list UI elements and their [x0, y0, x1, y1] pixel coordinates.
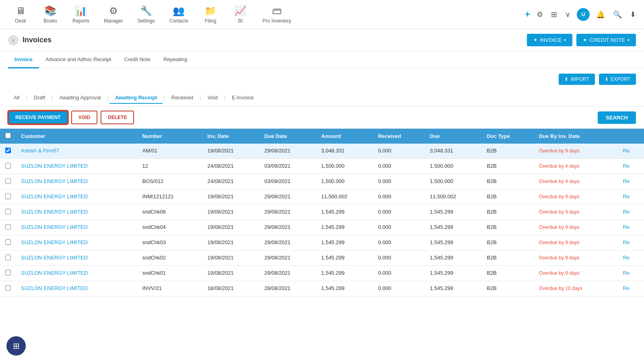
void-button[interactable]: VOID: [71, 111, 97, 124]
customer-link[interactable]: SUZLON ENERGY LIMITED: [21, 270, 88, 276]
delete-button[interactable]: DELETE: [101, 111, 134, 124]
row-checkbox[interactable]: [5, 193, 11, 199]
row-checkbox[interactable]: [5, 209, 11, 214]
row-checkbox[interactable]: [5, 224, 11, 230]
row-checkbox[interactable]: [5, 148, 11, 153]
row-inv-date: 18/08/2021: [202, 281, 259, 296]
row-doc-type: B2B: [482, 159, 534, 174]
row-checkbox-cell: [0, 189, 16, 205]
row-amount: 11,500.002: [316, 189, 373, 205]
nav-items: 🖥 Desk 📚 Books 📊 Reports ⚙ Manager 🔧 Set…: [6, 2, 525, 27]
row-doc-type: B2B: [482, 174, 534, 189]
row-received: 0.000: [373, 159, 425, 174]
row-doc-type: B2B: [482, 281, 534, 296]
customer-link[interactable]: SUZLON ENERGY LIMITED: [21, 239, 88, 245]
avatar[interactable]: U: [577, 8, 590, 21]
header-due: Due: [425, 129, 482, 144]
import-icon: ⬆: [564, 76, 568, 82]
nav-item-filing[interactable]: 📁 Filing: [196, 2, 225, 27]
export-button[interactable]: ⬇ EXPORT: [599, 74, 636, 85]
row-checkbox[interactable]: [5, 178, 11, 184]
nav-item-manager[interactable]: ⚙ Manager: [97, 2, 129, 27]
row-doc-type: B2B: [482, 251, 534, 266]
nav-item-contacts[interactable]: 👥 Contacts: [163, 2, 195, 27]
row-checkbox[interactable]: [5, 255, 11, 260]
search-button[interactable]: SEARCH: [598, 111, 636, 124]
row-inv-date: 19/08/2021: [202, 235, 259, 251]
customer-link[interactable]: Ashish & Firm57: [21, 148, 59, 154]
status-tab-void[interactable]: Void: [202, 92, 223, 104]
tab-repeating[interactable]: Repeating: [157, 51, 194, 68]
nav-label-manager: Manager: [104, 18, 123, 24]
bottom-widget[interactable]: ⊞: [6, 336, 26, 356]
customer-link[interactable]: SUZLON ENERGY LIMITED: [21, 193, 88, 200]
row-checkbox-cell: [0, 235, 16, 251]
status-tab-received[interactable]: Received: [166, 92, 199, 104]
credit-note-button[interactable]: ✦ CREDIT NOTE ▾: [576, 34, 636, 46]
contacts-icon: 👥: [173, 5, 185, 16]
bi-icon: 📈: [234, 5, 246, 16]
add-button[interactable]: +: [525, 9, 530, 20]
chevron-down-icon[interactable]: ∨: [564, 8, 572, 21]
nav-item-pro-inventory[interactable]: 🗃 Pro Inventory: [256, 2, 297, 27]
download-icon[interactable]: ⬇: [628, 8, 638, 21]
sep2: |: [51, 95, 54, 101]
row-due-date: 29/08/2021: [260, 266, 316, 281]
row-due-by: Overdue by 9 days: [534, 266, 618, 281]
row-checkbox[interactable]: [5, 239, 11, 245]
row-due: 3,048.331: [425, 144, 482, 159]
status-tab-draft[interactable]: Draft: [28, 92, 51, 104]
status-tab-all[interactable]: All: [8, 92, 25, 104]
customer-link[interactable]: SUZLON ENERGY LIMITED: [21, 178, 88, 184]
grid-icon[interactable]: ⊞: [549, 8, 559, 21]
status-tab-awaiting-receipt[interactable]: Awaiting Receipt: [109, 92, 163, 104]
nav-item-desk[interactable]: 🖥 Desk: [6, 2, 35, 27]
row-checkbox-cell: [0, 266, 16, 281]
receive-payment-button[interactable]: RECEIVE PAYMENT: [8, 111, 68, 124]
nav-label-desk: Desk: [15, 18, 26, 24]
row-checkbox[interactable]: [5, 163, 11, 169]
customer-link[interactable]: SUZLON ENERGY LIMITED: [21, 255, 88, 261]
table-row: SUZLON ENERGY LIMITED INM/1212121 19/08/…: [0, 189, 644, 205]
import-export-bar: ⬆ IMPORT ⬇ EXPORT: [0, 69, 644, 90]
nav-item-bi[interactable]: 📈 BI: [226, 2, 254, 27]
row-number: AM/01: [137, 144, 202, 159]
row-number: sndChk03: [137, 235, 202, 251]
customer-link[interactable]: SUZLON ENERGY LIMITED: [21, 224, 88, 230]
row-due-date: 29/08/2021: [260, 251, 316, 266]
receive-payment-label: RECEIVE PAYMENT: [15, 115, 61, 120]
nav-item-books[interactable]: 📚 Books: [36, 2, 64, 27]
select-all-checkbox[interactable]: [5, 133, 11, 138]
row-received: 0.000: [373, 174, 425, 189]
status-tab-einvoice[interactable]: E-Invoice: [226, 92, 259, 104]
back-button[interactable]: ‹: [8, 35, 19, 45]
row-due-by: Overdue by 9 days: [534, 189, 618, 205]
nav-item-settings[interactable]: 🔧 Settings: [131, 2, 161, 27]
row-due-date: 29/08/2021: [260, 189, 316, 205]
nav-item-reports[interactable]: 📊 Reports: [66, 2, 96, 27]
customer-link[interactable]: SUZLON ENERGY LIMITED: [21, 163, 88, 169]
header-number: Number: [137, 129, 202, 144]
tab-advance[interactable]: Advance and Adhoc Receipt: [39, 51, 118, 68]
gear-icon[interactable]: ⚙: [535, 8, 545, 21]
import-button[interactable]: ⬆ IMPORT: [559, 74, 594, 85]
row-due-by: Overdue by 4 days: [534, 159, 618, 174]
customer-link[interactable]: SUZLON ENERGY LIMITED: [21, 285, 88, 291]
tab-credit-note[interactable]: Credit Note: [118, 51, 157, 68]
action-bar-left: RECEIVE PAYMENT VOID DELETE: [8, 111, 134, 124]
nav-label-contacts: Contacts: [169, 18, 188, 24]
row-due-date: 29/08/2021: [260, 220, 316, 235]
tab-invoice[interactable]: Invoice: [8, 51, 39, 68]
credit-note-button-label: CREDIT NOTE: [590, 37, 625, 43]
row-due: 1,500.000: [425, 174, 482, 189]
row-checkbox[interactable]: [5, 285, 11, 291]
desk-icon: 🖥: [16, 5, 25, 16]
row-checkbox[interactable]: [5, 270, 11, 276]
search-icon[interactable]: 🔍: [611, 8, 623, 21]
invoice-button[interactable]: ✦ INVOICE ▾: [527, 34, 572, 46]
header-inv-date: Inv. Date: [202, 129, 259, 144]
notification-icon[interactable]: 🔔: [594, 8, 607, 21]
customer-link[interactable]: SUZLON ENERGY LIMITED: [21, 209, 88, 215]
row-doc-type: B2B: [482, 235, 534, 251]
status-tab-awaiting-approval[interactable]: Awaiting Approval: [54, 92, 106, 104]
